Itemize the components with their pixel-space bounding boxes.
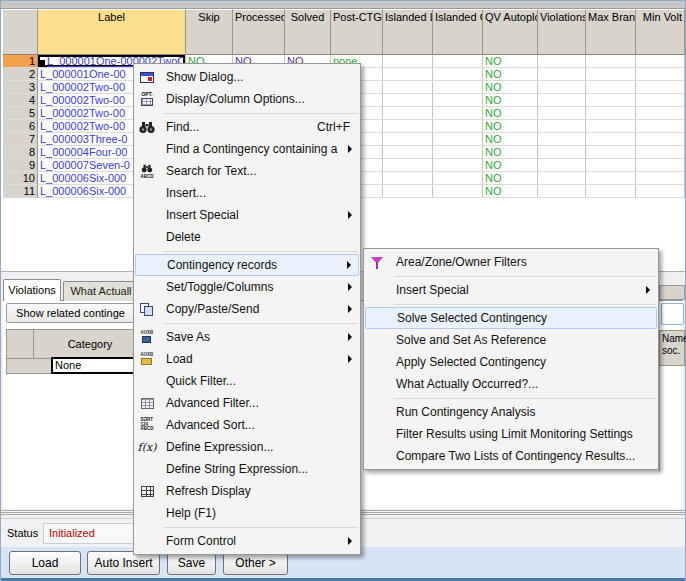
cell-max_branch[interactable] — [586, 94, 636, 107]
cell-max_branch[interactable] — [586, 133, 636, 146]
show-related-contingencies-button[interactable]: Show related continge — [6, 303, 135, 323]
cell-qv[interactable]: NO — [483, 185, 538, 198]
row-number[interactable]: 1 — [3, 55, 38, 68]
cell-islanded_gen[interactable] — [433, 159, 483, 172]
menu-item-advanced-filter[interactable]: Advanced Filter... — [134, 392, 360, 414]
row-number[interactable]: 5 — [3, 107, 38, 120]
cell-max_branch[interactable] — [586, 68, 636, 81]
cell-violations[interactable] — [538, 55, 586, 68]
cell-qv[interactable]: NO — [483, 172, 538, 185]
menu-item-refresh-display[interactable]: Refresh Display — [134, 480, 360, 502]
cell-violations[interactable] — [538, 172, 586, 185]
cell-islanded_load[interactable] — [383, 120, 433, 133]
column-header-violations[interactable]: Violations — [538, 9, 586, 55]
column-header-max-branch-[interactable]: Max Branch % — [586, 9, 636, 55]
cell-qv[interactable]: NO — [483, 146, 538, 159]
cell-max_branch[interactable] — [586, 185, 636, 198]
row-number[interactable]: 3 — [3, 81, 38, 94]
menu-item-compare-two-lists-of-contingency-results[interactable]: Compare Two Lists of Contingency Results… — [364, 445, 658, 467]
cell-min_volt[interactable] — [636, 146, 685, 159]
menu-item-insert[interactable]: Insert... — [134, 182, 360, 204]
menu-item-insert-special[interactable]: Insert Special — [364, 279, 658, 301]
cell-min_volt[interactable] — [636, 185, 685, 198]
row-number[interactable]: 9 — [3, 159, 38, 172]
cell-qv[interactable]: NO — [483, 133, 538, 146]
row-number[interactable]: 6 — [3, 120, 38, 133]
cell-violations[interactable] — [538, 120, 586, 133]
row-number[interactable]: 11 — [3, 185, 38, 198]
tab-violations[interactable]: Violations — [3, 279, 61, 301]
cell-min_volt[interactable] — [636, 68, 685, 81]
cell-max_branch[interactable] — [586, 159, 636, 172]
column-header-islanded-gen[interactable]: Islanded Gen — [433, 9, 483, 55]
cell-violations[interactable] — [538, 146, 586, 159]
menu-item-advanced-sort[interactable]: SORT124ABCDAdvanced Sort... — [134, 414, 360, 436]
cell-islanded_gen[interactable] — [433, 146, 483, 159]
load-button[interactable]: Load — [9, 551, 81, 575]
cell-min_volt[interactable] — [636, 55, 685, 68]
menu-item-help-f1[interactable]: Help (F1) — [134, 502, 360, 524]
column-header-processed[interactable]: Processed — [233, 9, 285, 55]
row-number[interactable]: 8 — [3, 146, 38, 159]
cell-violations[interactable] — [538, 81, 586, 94]
menu-item-find-a-contingency-containing-a[interactable]: Find a Contingency containing a — [134, 138, 360, 160]
cell-max_branch[interactable] — [586, 120, 636, 133]
cell-violations[interactable] — [538, 133, 586, 146]
violations-table-category-header[interactable]: Category — [33, 329, 147, 359]
cell-max_branch[interactable] — [586, 146, 636, 159]
cell-min_volt[interactable] — [636, 81, 685, 94]
cell-islanded_gen[interactable] — [433, 172, 483, 185]
cell-violations[interactable] — [538, 94, 586, 107]
menu-item-set-toggle-columns[interactable]: Set/Toggle/Columns — [134, 276, 360, 298]
menu-item-contingency-records[interactable]: Contingency records — [135, 254, 359, 276]
cell-islanded_gen[interactable] — [433, 107, 483, 120]
column-header-label[interactable]: Label — [38, 9, 186, 55]
cell-islanded_load[interactable] — [383, 146, 433, 159]
menu-item-what-actually-occurred[interactable]: What Actually Occurred?... — [364, 373, 658, 395]
cell-islanded_load[interactable] — [383, 55, 433, 68]
menu-item-search-for-text[interactable]: ABCDSearch for Text... — [134, 160, 360, 182]
cell-min_volt[interactable] — [636, 120, 685, 133]
cell-min_volt[interactable] — [636, 94, 685, 107]
column-header-skip[interactable]: Skip — [186, 9, 233, 55]
cell-max_branch[interactable] — [586, 81, 636, 94]
cell-islanded_load[interactable] — [383, 81, 433, 94]
column-header-solved[interactable]: Solved — [285, 9, 331, 55]
cell-qv[interactable]: NO — [483, 55, 538, 68]
cell-min_volt[interactable] — [636, 172, 685, 185]
cell-qv[interactable]: NO — [483, 107, 538, 120]
menu-item-copy-paste-send[interactable]: Copy/Paste/Send — [134, 298, 360, 320]
cell-min_volt[interactable] — [636, 107, 685, 120]
cell-islanded_gen[interactable] — [433, 68, 483, 81]
menu-item-quick-filter[interactable]: Quick Filter... — [134, 370, 360, 392]
cell-islanded_load[interactable] — [383, 172, 433, 185]
cell-islanded_load[interactable] — [383, 94, 433, 107]
menu-item-apply-selected-contingency[interactable]: Apply Selected Contingency — [364, 351, 658, 373]
cell-min_volt[interactable] — [636, 159, 685, 172]
column-header-qv-autoplot-[interactable]: QV Autoplot? — [483, 9, 538, 55]
cell-islanded_gen[interactable] — [433, 185, 483, 198]
cell-max_branch[interactable] — [586, 172, 636, 185]
column-header-post-ctg-aux[interactable]: Post-CTG AUX — [331, 9, 383, 55]
row-number[interactable]: 7 — [3, 133, 38, 146]
menu-item-run-contingency-analysis[interactable]: Run Contingency Analysis — [364, 401, 658, 423]
cell-islanded_load[interactable] — [383, 68, 433, 81]
column-header-rownum[interactable] — [3, 9, 38, 55]
cell-max_branch[interactable] — [586, 107, 636, 120]
violations-table-row-header[interactable] — [6, 358, 52, 374]
cell-islanded_gen[interactable] — [433, 120, 483, 133]
cell-qv[interactable]: NO — [483, 81, 538, 94]
cell-violations[interactable] — [538, 185, 586, 198]
menu-item-filter-results-using-limit-monitoring-settings[interactable]: Filter Results using Limit Monitoring Se… — [364, 423, 658, 445]
violations-category-cell[interactable]: None — [51, 357, 144, 374]
menu-item-load[interactable]: AUXBLoad — [134, 348, 360, 370]
cell-islanded_gen[interactable] — [433, 81, 483, 94]
cell-violations[interactable] — [538, 68, 586, 81]
menu-item-area-zone-owner-filters[interactable]: Area/Zone/Owner Filters — [364, 251, 658, 273]
row-number[interactable]: 10 — [3, 172, 38, 185]
cell-islanded_load[interactable] — [383, 159, 433, 172]
cell-violations[interactable] — [538, 107, 586, 120]
row-number[interactable]: 4 — [3, 94, 38, 107]
menu-item-display-column-options[interactable]: OPT.Display/Column Options... — [134, 88, 360, 110]
cell-islanded_gen[interactable] — [433, 55, 483, 68]
